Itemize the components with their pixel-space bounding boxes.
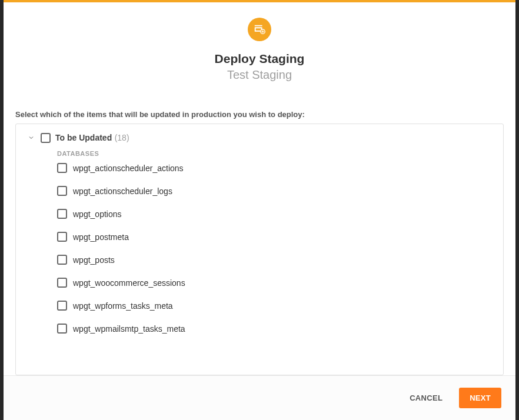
items-list-container: To be Updated (18) DATABASES wpgt_action…	[15, 124, 504, 375]
item-label: wpgt_wpmailsmtp_tasks_meta	[73, 324, 185, 334]
instruction-text: Select which of the items that will be u…	[15, 110, 504, 119]
item-label: wpgt_woocommerce_sessions	[73, 278, 185, 288]
list-item: wpgt_woocommerce_sessions	[57, 278, 493, 288]
modal-body: Select which of the items that will be u…	[4, 92, 515, 375]
modal-footer: CANCEL NEXT	[4, 375, 515, 420]
item-label: wpgt_wpforms_tasks_meta	[73, 301, 173, 311]
item-checkbox[interactable]	[57, 324, 67, 334]
item-label: wpgt_options	[73, 209, 122, 219]
item-checkbox[interactable]	[57, 278, 67, 288]
list-item: wpgt_actionscheduler_actions	[57, 163, 493, 173]
item-checkbox[interactable]	[57, 301, 67, 311]
group-header-to-be-updated: To be Updated (18)	[26, 132, 493, 143]
group-count: (18)	[115, 133, 129, 142]
next-button[interactable]: NEXT	[459, 388, 501, 408]
group-checkbox[interactable]	[41, 133, 51, 143]
list-item: wpgt_options	[57, 209, 493, 219]
svg-point-1	[262, 31, 264, 32]
list-item: wpgt_actionscheduler_logs	[57, 186, 493, 196]
chevron-down-icon[interactable]	[26, 133, 36, 142]
item-checkbox[interactable]	[57, 232, 67, 242]
cancel-button[interactable]: CANCEL	[407, 389, 445, 407]
item-label: wpgt_actionscheduler_actions	[73, 164, 184, 173]
item-checkbox[interactable]	[57, 186, 67, 196]
modal-header: Deploy Staging Test Staging	[4, 2, 515, 92]
item-label: wpgt_actionscheduler_logs	[73, 186, 172, 196]
modal-title: Deploy Staging	[4, 52, 515, 66]
item-label: wpgt_posts	[73, 255, 115, 265]
item-checkbox[interactable]	[57, 209, 67, 219]
items-list-scroll[interactable]: To be Updated (18) DATABASES wpgt_action…	[16, 124, 503, 375]
item-checkbox[interactable]	[57, 163, 67, 173]
item-label: wpgt_postmeta	[73, 232, 129, 242]
list-item: wpgt_postmeta	[57, 232, 493, 242]
list-item: wpgt_posts	[57, 255, 493, 265]
list-item: wpgt_wpmailsmtp_tasks_meta	[57, 324, 493, 334]
modal-subtitle: Test Staging	[4, 68, 515, 82]
item-checkbox[interactable]	[57, 255, 67, 265]
subgroup-databases-label: DATABASES	[57, 150, 493, 157]
group-title: To be Updated	[55, 133, 112, 142]
deploy-staging-modal: Deploy Staging Test Staging Select which…	[4, 0, 515, 420]
deploy-icon	[248, 18, 271, 41]
list-item: wpgt_wpforms_tasks_meta	[57, 301, 493, 311]
